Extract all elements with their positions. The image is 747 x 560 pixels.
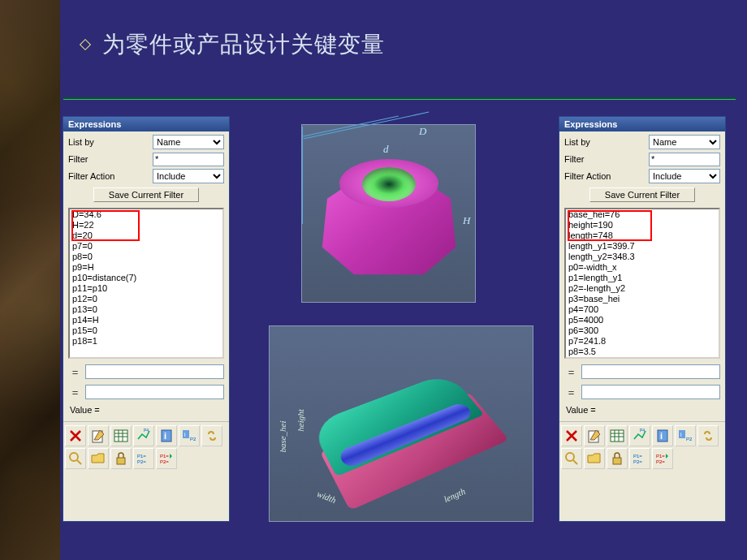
3d-viewport-nut[interactable]: d D H bbox=[301, 124, 476, 303]
svg-point-22 bbox=[566, 453, 574, 461]
expressions-panel-right: Expressions List by Name Filter Filter A… bbox=[559, 116, 726, 522]
delete-button[interactable] bbox=[561, 425, 582, 446]
save-filter-button[interactable]: Save Current Filter bbox=[589, 187, 695, 202]
svg-text:P4: P4 bbox=[144, 428, 149, 433]
dim-label-width: width bbox=[316, 489, 338, 505]
value-input[interactable] bbox=[581, 385, 720, 399]
p4-button[interactable]: P4 bbox=[629, 425, 650, 446]
listby-select[interactable]: Name bbox=[649, 135, 720, 149]
expression-item[interactable]: p18=1 bbox=[70, 336, 222, 347]
3d-viewport-case[interactable]: width length height base_hei bbox=[269, 325, 533, 522]
p2-info-button[interactable]: iP2 bbox=[179, 425, 200, 446]
listby-select[interactable]: Name bbox=[153, 135, 224, 149]
svg-text:P2: P2 bbox=[686, 437, 693, 442]
slide-title-row: 为零件或产品设计关键变量 bbox=[81, 29, 385, 60]
edit-button[interactable] bbox=[584, 425, 605, 446]
expression-listbox[interactable]: base_hei=76height=190length=748length_y1… bbox=[564, 208, 720, 359]
lock-button[interactable] bbox=[110, 448, 132, 469]
filter-action-select[interactable]: Include bbox=[153, 169, 224, 183]
open-folder-button[interactable] bbox=[584, 448, 605, 469]
spreadsheet-button[interactable] bbox=[607, 425, 628, 446]
expression-item[interactable]: length=748 bbox=[566, 230, 719, 241]
delete-button[interactable] bbox=[65, 425, 86, 446]
value-display: Value = bbox=[564, 402, 720, 418]
equals-icon: = bbox=[68, 385, 82, 399]
open-folder-button[interactable] bbox=[88, 448, 109, 469]
listby-label: List by bbox=[564, 137, 590, 147]
toolbar: P4 i iP2 P1=P2= P1=P2= bbox=[63, 421, 229, 472]
expression-item[interactable]: p15=0 bbox=[70, 325, 222, 336]
save-filter-button[interactable]: Save Current Filter bbox=[93, 187, 199, 202]
dim-label-D: D bbox=[419, 125, 426, 138]
expression-item[interactable]: p9=H bbox=[70, 262, 222, 273]
dim-label-height: height bbox=[296, 409, 305, 432]
expressions-panel-left: Expressions List by Name Filter Filter A… bbox=[63, 116, 230, 522]
expression-item[interactable]: p2=-length_y2 bbox=[566, 283, 719, 294]
lock-button[interactable] bbox=[607, 448, 628, 469]
expression-item[interactable]: D=34.6 bbox=[70, 209, 222, 220]
expression-item[interactable]: p4=700 bbox=[566, 304, 719, 315]
equals-icon: = bbox=[564, 364, 578, 379]
filter-action-select[interactable]: Include bbox=[649, 169, 720, 183]
dim-label-d: d bbox=[383, 143, 389, 156]
search-button[interactable] bbox=[65, 448, 86, 469]
expression-item[interactable]: H=22 bbox=[70, 220, 222, 230]
slide-title: 为零件或产品设计关键变量 bbox=[102, 29, 385, 60]
edit-button[interactable] bbox=[88, 425, 109, 446]
svg-text:P4: P4 bbox=[640, 428, 645, 433]
name-input[interactable] bbox=[85, 364, 224, 379]
expression-item[interactable]: length_y2=348.3 bbox=[566, 252, 719, 262]
value-input[interactable] bbox=[85, 385, 224, 399]
p1p2-eq-button[interactable]: P1=P2= bbox=[133, 448, 154, 469]
expression-listbox[interactable]: D=34.6H=22d=20p7=0p8=0p9=Hp10=distance(7… bbox=[68, 208, 224, 359]
p4-button[interactable]: P4 bbox=[133, 425, 154, 446]
equals-icon: = bbox=[68, 364, 82, 379]
bullet-icon bbox=[80, 39, 91, 50]
svg-rect-23 bbox=[613, 458, 621, 464]
expression-item[interactable]: base_hei=76 bbox=[566, 209, 719, 220]
expression-item[interactable]: p7=0 bbox=[70, 241, 222, 252]
p1p2-refresh-button[interactable]: P1=P2= bbox=[156, 448, 177, 469]
search-button[interactable] bbox=[561, 448, 582, 469]
p1p2-refresh-button[interactable]: P1=P2= bbox=[652, 448, 673, 469]
filter-action-label: Filter Action bbox=[564, 171, 611, 181]
listby-label: List by bbox=[68, 137, 94, 147]
toolbar: P4 i iP2 P1=P2= P1=P2= bbox=[559, 421, 725, 472]
svg-text:P1=: P1= bbox=[656, 454, 665, 459]
expression-item[interactable]: d=20 bbox=[70, 230, 222, 241]
expression-item[interactable]: p5=4000 bbox=[566, 315, 719, 325]
expression-item[interactable]: p7=241.8 bbox=[566, 336, 719, 347]
svg-rect-9 bbox=[117, 458, 125, 464]
dim-label-H: H bbox=[463, 214, 470, 227]
filter-input[interactable] bbox=[649, 153, 720, 166]
link-button[interactable] bbox=[201, 425, 222, 446]
expression-item[interactable]: p14=H bbox=[70, 315, 222, 325]
expression-item[interactable]: p3=base_hei bbox=[566, 294, 719, 304]
p2-info-button[interactable]: iP2 bbox=[675, 425, 696, 446]
info-button[interactable]: i bbox=[652, 425, 673, 446]
panel-title: Expressions bbox=[63, 117, 229, 131]
info-button[interactable]: i bbox=[156, 425, 177, 446]
expression-item[interactable]: p12=0 bbox=[70, 294, 222, 304]
expression-item[interactable]: p6=300 bbox=[566, 325, 719, 336]
expression-item[interactable]: p0=-width_x bbox=[566, 262, 719, 273]
svg-rect-15 bbox=[611, 430, 624, 442]
expression-item[interactable]: length_y1=399.7 bbox=[566, 241, 719, 252]
expression-item[interactable]: p1=length_y1 bbox=[566, 273, 719, 283]
expression-item[interactable]: p8=0 bbox=[70, 252, 222, 262]
svg-point-8 bbox=[70, 453, 78, 461]
expression-item[interactable]: p13=0 bbox=[70, 304, 222, 315]
expression-item[interactable]: p10=distance(7) bbox=[70, 273, 222, 283]
expression-item[interactable]: p11=p10 bbox=[70, 283, 222, 294]
panel-title: Expressions bbox=[559, 117, 725, 131]
expression-item[interactable]: height=190 bbox=[566, 220, 719, 230]
filter-input[interactable] bbox=[153, 153, 224, 166]
p1p2-eq-button[interactable]: P1=P2= bbox=[629, 448, 650, 469]
expression-item[interactable]: p8=3.5 bbox=[566, 347, 719, 357]
spreadsheet-button[interactable] bbox=[110, 425, 132, 446]
svg-text:P1=: P1= bbox=[160, 454, 169, 459]
name-input[interactable] bbox=[581, 364, 720, 379]
link-button[interactable] bbox=[697, 425, 719, 446]
svg-text:P2=: P2= bbox=[633, 459, 642, 464]
filter-label: Filter bbox=[564, 154, 584, 164]
